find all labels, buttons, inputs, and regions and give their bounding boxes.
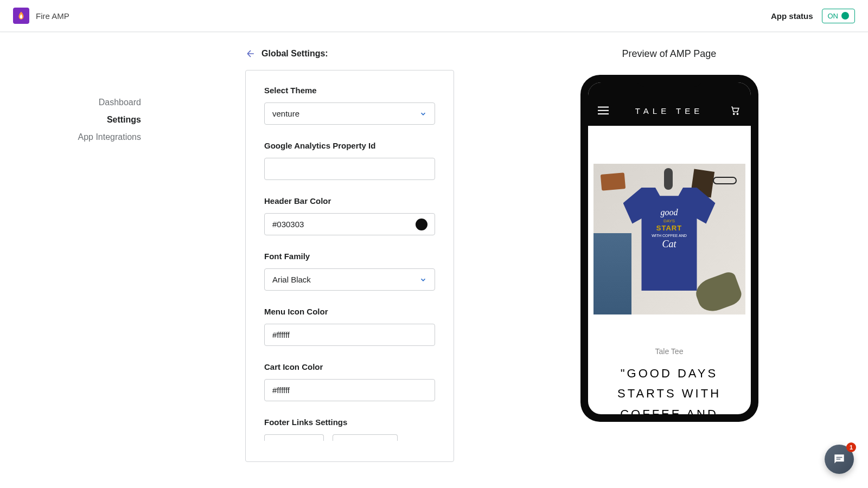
- page-title-row: Global Settings:: [245, 48, 454, 59]
- header-right: App status ON: [771, 9, 855, 23]
- form-group-cart-icon-color: Cart Icon Color: [264, 362, 435, 401]
- header-color-swatch[interactable]: [416, 219, 427, 230]
- preview-product-image: good DAYS START WITH COFFEE AND Cat: [593, 164, 745, 314]
- menu-icon[interactable]: [598, 106, 609, 115]
- cart-icon-color-label: Cart Icon Color: [264, 362, 435, 371]
- preview-body: good DAYS START WITH COFFEE AND Cat Tale…: [588, 164, 751, 414]
- app-logo: [13, 8, 29, 24]
- header-color-input[interactable]: [264, 213, 435, 235]
- main-content: Dashboard Settings App Integrations Glob…: [0, 32, 868, 462]
- font-value: Arial Black: [272, 275, 311, 284]
- cart-icon-color-input[interactable]: [264, 379, 435, 401]
- svg-rect-6: [837, 459, 841, 460]
- preview-column: Preview of AMP Page TALE TEE: [470, 48, 868, 462]
- phone-notch: [637, 75, 702, 87]
- page-title: Global Settings:: [261, 49, 328, 59]
- preview-title: Preview of AMP Page: [470, 48, 868, 60]
- tshirt-graphic: good DAYS START WITH COFFEE AND Cat: [623, 188, 716, 291]
- svg-point-4: [737, 113, 738, 114]
- svg-rect-5: [837, 457, 843, 458]
- flatlay-shoes: [692, 270, 744, 316]
- settings-column: Global Settings: Select Theme venture: [245, 48, 454, 462]
- ga-input[interactable]: [264, 158, 435, 180]
- theme-value: venture: [272, 109, 299, 118]
- theme-label: Select Theme: [264, 86, 435, 95]
- app-header: Fire AMP App status ON: [0, 0, 868, 32]
- form-group-font: Font Family Arial Black: [264, 252, 435, 291]
- flatlay-jeans: [593, 233, 631, 314]
- flame-icon: [16, 11, 26, 21]
- phone-screen: TALE TEE: [588, 82, 751, 414]
- phone-frame: TALE TEE: [580, 75, 758, 422]
- preview-header-bar: TALE TEE: [588, 95, 751, 126]
- svg-rect-1: [598, 110, 609, 111]
- flatlay-watch: [664, 168, 673, 190]
- back-arrow-icon[interactable]: [245, 48, 256, 59]
- chat-badge: 1: [846, 442, 856, 452]
- content-area: Global Settings: Select Theme venture: [141, 48, 868, 462]
- preview-brand: Tale Tee: [588, 347, 751, 356]
- chevron-down-icon: [419, 110, 427, 118]
- settings-panel: Select Theme venture Google Analytics Pr…: [245, 70, 454, 462]
- footer-links-label: Footer Links Settings: [264, 418, 435, 427]
- flatlay-glasses: [713, 177, 737, 184]
- svg-rect-2: [598, 113, 609, 114]
- form-group-theme: Select Theme venture: [264, 86, 435, 125]
- form-group-footer-links: Footer Links Settings: [264, 418, 435, 441]
- app-status-label: App status: [771, 11, 813, 21]
- sidebar-item-settings[interactable]: Settings: [76, 111, 141, 129]
- footer-link-input-2[interactable]: [333, 434, 398, 441]
- preview-store-name: TALE TEE: [635, 106, 703, 115]
- status-dot-icon: [841, 12, 849, 20]
- form-group-header-color: Header Bar Color: [264, 196, 435, 235]
- font-label: Font Family: [264, 252, 435, 261]
- theme-select[interactable]: venture: [264, 102, 435, 125]
- header-left: Fire AMP: [13, 8, 69, 24]
- menu-icon-color-label: Menu Icon Color: [264, 307, 435, 316]
- form-group-menu-icon-color: Menu Icon Color: [264, 307, 435, 346]
- header-color-label: Header Bar Color: [264, 196, 435, 206]
- chevron-down-icon: [419, 276, 427, 284]
- app-status-toggle[interactable]: ON: [822, 9, 856, 23]
- font-select[interactable]: Arial Black: [264, 268, 435, 291]
- svg-point-3: [733, 113, 735, 114]
- cart-icon[interactable]: [730, 106, 741, 115]
- sidebar: Dashboard Settings App Integrations: [0, 48, 141, 462]
- sidebar-item-dashboard[interactable]: Dashboard: [76, 94, 141, 111]
- sidebar-item-app-integrations[interactable]: App Integrations: [76, 129, 141, 146]
- chat-icon: [832, 452, 846, 462]
- footer-link-input-1[interactable]: [264, 434, 324, 441]
- menu-icon-color-input[interactable]: [264, 324, 435, 346]
- app-name: Fire AMP: [36, 11, 69, 21]
- svg-rect-0: [598, 107, 609, 108]
- ga-label: Google Analytics Property Id: [264, 141, 435, 150]
- form-group-ga: Google Analytics Property Id: [264, 141, 435, 180]
- tshirt-print-text: good DAYS START WITH COFFEE AND Cat: [652, 207, 687, 251]
- status-toggle-text: ON: [828, 12, 839, 20]
- flatlay-wallet: [600, 172, 625, 191]
- preview-product-title: "GOOD DAYS STARTS WITH COFFEE AND: [588, 363, 751, 414]
